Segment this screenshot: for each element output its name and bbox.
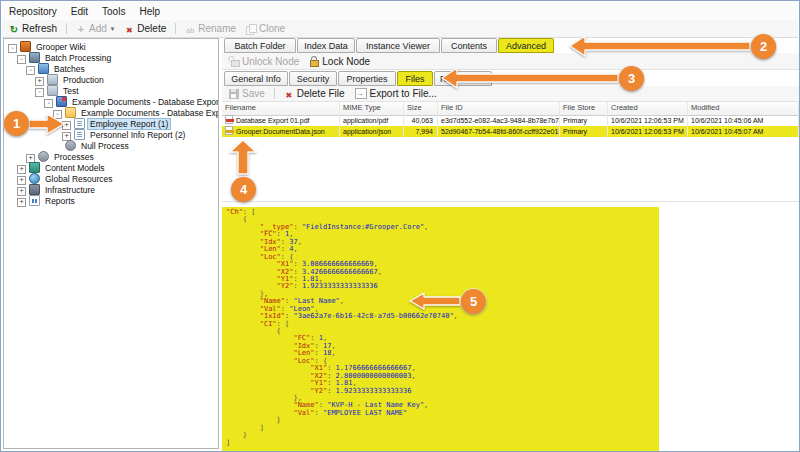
- clone-icon: [246, 24, 256, 34]
- tree-expander-icon[interactable]: -: [8, 44, 17, 53]
- files-toolbar-delete-file-button[interactable]: Delete File: [280, 87, 349, 100]
- tree-node-label: Content Models: [43, 163, 107, 173]
- tree-node-infrastructure[interactable]: +Infrastructure: [4, 184, 218, 195]
- tree-node-content-models[interactable]: +Content Models: [4, 162, 218, 173]
- sub-tab-files[interactable]: Files: [397, 71, 433, 86]
- repository-tree-panel[interactable]: -Grooper Wiki-Batch Processing-Batches+P…: [3, 38, 219, 449]
- node-toolbar-lock-node-button[interactable]: Lock Node: [305, 55, 374, 68]
- callout-5-badge: 5: [461, 289, 486, 314]
- toolbar-delete-label: Delete: [137, 23, 166, 34]
- column-header-filename[interactable]: Filename: [222, 102, 340, 115]
- files-toolbar-export-to-file-button[interactable]: Export to File...: [351, 87, 441, 100]
- json-line: ]: [226, 425, 655, 432]
- tree-node-label: Grooper Wiki: [34, 42, 88, 52]
- folder-icon: [65, 107, 76, 118]
- menu-help[interactable]: Help: [132, 4, 167, 19]
- file-cell-created: 10/6/2021 12:06:53 PM: [608, 126, 688, 137]
- tree-node-label: Employee Report (1): [88, 119, 170, 129]
- pdf-file-icon: [225, 115, 233, 124]
- sub-tab-label: Files: [405, 74, 424, 84]
- file-cell-filename: Grooper.DocumentData.json: [222, 126, 340, 137]
- tree-node-label: Global Resources: [43, 174, 115, 184]
- main-tab-instance-viewer[interactable]: Instance Viewer: [356, 38, 440, 53]
- column-header-mime-type[interactable]: MIME Type: [340, 102, 404, 115]
- document-icon: [74, 118, 85, 129]
- reports-icon: [29, 195, 40, 206]
- file-cell-file_id: 52d90467-7b54-48fd-860f-ccff922e0192: [438, 126, 560, 137]
- main-tab-batch-folder[interactable]: Batch Folder: [224, 38, 296, 53]
- tree-node-example-documents-database-export[interactable]: -Example Documents - Database Export: [4, 96, 218, 107]
- infrastructure-icon: [29, 184, 40, 195]
- column-header-size[interactable]: Size: [404, 102, 438, 115]
- tree-node-null-process[interactable]: +Null Process: [4, 140, 218, 151]
- tree-node-batches[interactable]: -Batches: [4, 63, 218, 74]
- tree-node-label: Null Process: [79, 141, 131, 151]
- node-toolbar-unlock-node-button[interactable]: Unlock Node: [225, 55, 303, 68]
- file-cell-file_id: e3d7d552-e082-4ac3-9484-8b78e7b7d7c3: [438, 115, 560, 126]
- json-line: }: [226, 417, 655, 424]
- menu-tools[interactable]: Tools: [95, 4, 132, 19]
- toolbar-rename-button[interactable]: Rename: [181, 22, 240, 35]
- sub-tab-security[interactable]: Security: [289, 71, 337, 86]
- tree-node-processes[interactable]: +Processes: [4, 151, 218, 162]
- toolbar-rename-label: Rename: [198, 23, 236, 34]
- batches-icon: [38, 63, 49, 74]
- tree-expander-icon[interactable]: -: [35, 88, 44, 97]
- tree-node-batch-processing[interactable]: -Batch Processing: [4, 52, 218, 63]
- tree-node-test[interactable]: -Test: [4, 85, 218, 96]
- grooper-design-window: { "menu": { "items": ["Repository", "Edi…: [0, 0, 800, 452]
- content-models-icon: [29, 162, 40, 173]
- toolbar-delete-button[interactable]: Delete: [120, 22, 170, 35]
- tree-node-grooper-wiki[interactable]: -Grooper Wiki: [4, 41, 218, 52]
- batch-icon: [56, 96, 67, 107]
- menu-bar: RepositoryEditToolsHelp: [2, 2, 798, 21]
- tree-node-production[interactable]: +Production: [4, 74, 218, 85]
- file-cell-filename: Database Export 01.pdf: [222, 115, 340, 126]
- column-header-file-id[interactable]: File ID: [438, 102, 560, 115]
- main-tab-contents[interactable]: Contents: [441, 38, 497, 53]
- tree-expander-icon[interactable]: +: [17, 198, 26, 207]
- json-file-icon: [225, 126, 233, 135]
- json-line: "CI": [: [226, 321, 655, 328]
- json-line: "Val": "EMPLOYEE LAST NAME": [226, 410, 655, 417]
- main-tab-index-data[interactable]: Index Data: [297, 38, 355, 53]
- toolbar-add-label: Add: [89, 23, 107, 34]
- main-tab-label: Contents: [451, 41, 487, 51]
- tree-node-label: Production: [61, 75, 106, 85]
- toolbar-separator: [175, 23, 176, 34]
- main-tab-label: Index Data: [304, 41, 348, 51]
- toolbar-add-button[interactable]: Add▾: [72, 22, 118, 35]
- files-toolbar-save-button[interactable]: Save: [225, 87, 269, 100]
- tree-expander-icon[interactable]: -: [26, 66, 35, 75]
- callout-4-badge: 4: [231, 177, 256, 202]
- file-cell-size: 40,063: [404, 115, 438, 126]
- tree-node-global-resources[interactable]: +Global Resources: [4, 173, 218, 184]
- file-cell-mime: application/pdf: [340, 115, 404, 126]
- file-row-database-export-01-pdf[interactable]: Database Export 01.pdfapplication/pdf40,…: [222, 115, 800, 126]
- tree-node-reports[interactable]: +Reports: [4, 195, 218, 206]
- file-cell-mime: application/json: [340, 126, 404, 137]
- add-icon: [76, 24, 86, 34]
- file-cell-store: Primary: [560, 115, 608, 126]
- callout-2-badge: 2: [751, 34, 776, 59]
- column-header-created[interactable]: Created: [608, 102, 688, 115]
- document-icon: [74, 129, 85, 140]
- file-content-view[interactable]: "Ch": [ { "__type": "FieldInstance:#Groo…: [222, 201, 800, 450]
- batch-processing-icon: [29, 52, 40, 63]
- tree-expander-icon[interactable]: -: [44, 99, 53, 108]
- process-icon: [65, 140, 76, 151]
- sub-tab-properties[interactable]: Properties: [338, 71, 396, 86]
- file-row-grooper-documentdata-json[interactable]: Grooper.DocumentData.jsonapplication/jso…: [222, 126, 800, 137]
- sub-tab-general-info[interactable]: General Info: [224, 71, 288, 86]
- callout-5-arrow-icon: [409, 289, 461, 313]
- column-header-modified[interactable]: Modified: [688, 102, 799, 115]
- menu-repository[interactable]: Repository: [2, 4, 64, 19]
- tree-node-label: Example Documents - Database Export: [79, 108, 219, 118]
- main-tab-advanced[interactable]: Advanced: [498, 38, 554, 53]
- column-header-file-store[interactable]: File Store: [560, 102, 608, 115]
- toolbar-clone-button[interactable]: Clone: [242, 22, 289, 35]
- delete-file-icon: [284, 89, 294, 99]
- toolbar-refresh-button[interactable]: Refresh: [5, 22, 61, 35]
- menu-edit[interactable]: Edit: [64, 4, 95, 19]
- tree-expander-icon[interactable]: -: [17, 55, 26, 64]
